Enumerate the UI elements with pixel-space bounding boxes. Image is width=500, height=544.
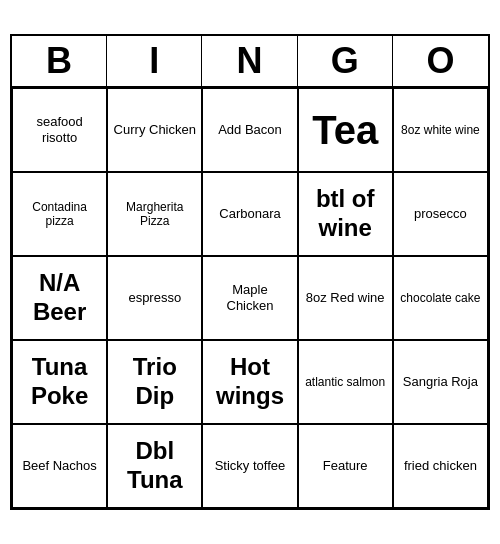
bingo-cell-10: N/A Beer <box>12 256 107 340</box>
bingo-cell-13: 8oz Red wine <box>298 256 393 340</box>
bingo-cell-22: Sticky toffee <box>202 424 297 508</box>
header-letter: G <box>298 36 393 86</box>
bingo-cell-4: 8oz white wine <box>393 88 488 172</box>
bingo-header: BINGO <box>12 36 488 88</box>
bingo-cell-12: Maple Chicken <box>202 256 297 340</box>
bingo-cell-17: Hot wings <box>202 340 297 424</box>
bingo-cell-24: fried chicken <box>393 424 488 508</box>
bingo-cell-20: Beef Nachos <box>12 424 107 508</box>
bingo-card: BINGO seafood risottoCurry ChickenAdd Ba… <box>10 34 490 510</box>
bingo-cell-7: Carbonara <box>202 172 297 256</box>
bingo-cell-15: Tuna Poke <box>12 340 107 424</box>
bingo-cell-21: Dbl Tuna <box>107 424 202 508</box>
bingo-cell-0: seafood risotto <box>12 88 107 172</box>
bingo-cell-1: Curry Chicken <box>107 88 202 172</box>
header-letter: I <box>107 36 202 86</box>
bingo-cell-14: chocolate cake <box>393 256 488 340</box>
bingo-grid: seafood risottoCurry ChickenAdd BaconTea… <box>12 88 488 508</box>
header-letter: N <box>202 36 297 86</box>
bingo-cell-11: espresso <box>107 256 202 340</box>
bingo-cell-8: btl of wine <box>298 172 393 256</box>
header-letter: B <box>12 36 107 86</box>
bingo-cell-23: Feature <box>298 424 393 508</box>
bingo-cell-19: Sangria Roja <box>393 340 488 424</box>
bingo-cell-9: prosecco <box>393 172 488 256</box>
bingo-cell-3: Tea <box>298 88 393 172</box>
bingo-cell-6: Margherita Pizza <box>107 172 202 256</box>
header-letter: O <box>393 36 488 86</box>
bingo-cell-16: Trio Dip <box>107 340 202 424</box>
bingo-cell-18: atlantic salmon <box>298 340 393 424</box>
bingo-cell-2: Add Bacon <box>202 88 297 172</box>
bingo-cell-5: Contadina pizza <box>12 172 107 256</box>
